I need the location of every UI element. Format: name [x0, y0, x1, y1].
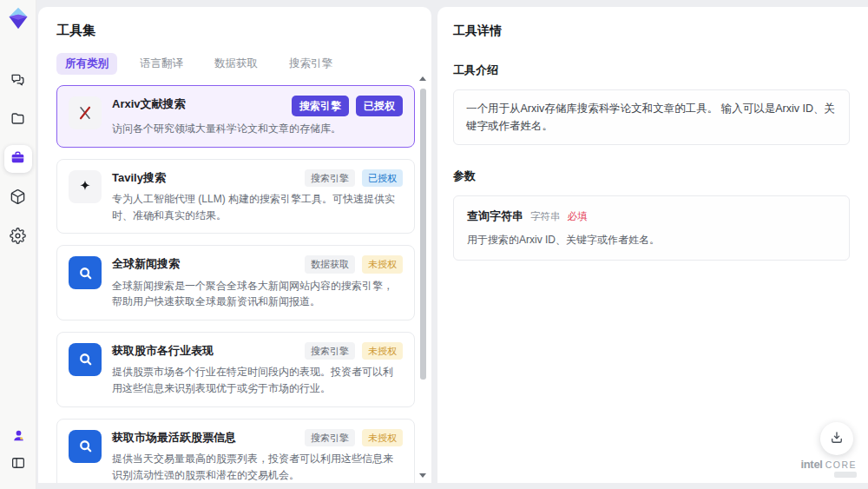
- folder-icon: [10, 110, 26, 130]
- search-magnifier-icon: [69, 430, 102, 463]
- status-badge: 已授权: [362, 169, 403, 188]
- scroll-down-icon[interactable]: [419, 473, 426, 478]
- tool-title: Arxiv文献搜索: [112, 96, 186, 113]
- category-badge: 搜索引擎: [305, 429, 355, 447]
- sparkle-icon: [69, 170, 102, 203]
- card-tags: 数据获取 未授权: [305, 255, 403, 274]
- card-body: 全球新闻搜索 数据获取 未授权 全球新闻搜索是一个聚合全球各大新闻网站内容的搜索…: [112, 255, 403, 310]
- category-badge: 数据获取: [305, 255, 355, 274]
- list-scrollbar[interactable]: [419, 75, 427, 479]
- card-body: Tavily搜索 搜索引擎 已授权 专为人工智能代理 (LLM) 构建的搜索引擎…: [112, 169, 403, 224]
- user-icon: [11, 428, 26, 446]
- tool-title: Tavily搜索: [112, 169, 166, 187]
- scrollbar-thumb[interactable]: [420, 89, 426, 380]
- category-tabs: 所有类别 语言翻译 数据获取 搜索引擎: [56, 53, 414, 75]
- chat-icon: [10, 71, 26, 91]
- sidebar-item-settings[interactable]: [4, 223, 32, 251]
- status-badge: 未授权: [362, 255, 403, 274]
- core-wordmark: CORE: [825, 459, 857, 470]
- intel-core-logo: intel CORE: [800, 458, 857, 471]
- card-head: Arxiv文献搜索 搜索引擎 已授权: [112, 96, 403, 116]
- user-menu[interactable]: [8, 426, 29, 447]
- card-tags: 搜索引擎 未授权: [305, 429, 403, 447]
- card-head: 全球新闻搜索 数据获取 未授权: [112, 255, 403, 274]
- intel-wordmark: intel: [800, 458, 822, 471]
- settings-gear-icon: [10, 228, 26, 248]
- tool-card-tavily[interactable]: Tavily搜索 搜索引擎 已授权 专为人工智能代理 (LLM) 构建的搜索引擎…: [56, 159, 415, 235]
- tool-title: 获取市场最活跃股票信息: [112, 429, 236, 446]
- tab-search-engine[interactable]: 搜索引擎: [280, 53, 341, 75]
- tool-description: 提供股票市场各个行业在特定时间段内的表现。投资者可以利用这些信息来识别表现优于或…: [112, 364, 403, 396]
- tools-panel-title: 工具集: [56, 23, 414, 39]
- package-icon: [10, 188, 26, 208]
- sidebar-item-packages[interactable]: [4, 184, 32, 212]
- sidebar-item-tools[interactable]: [4, 145, 32, 173]
- card-tags: 搜索引擎 未授权: [305, 342, 403, 360]
- card-body: 获取市场最活跃股票信息 搜索引擎 未授权 提供当天交易量最高的股票列表，投资者可…: [112, 429, 403, 483]
- tab-language-translation[interactable]: 语言翻译: [131, 53, 192, 75]
- tools-panel: 工具集 所有类别 语言翻译 数据获取 搜索引擎 Arxiv文献搜索: [38, 7, 431, 483]
- panel-toggle-icon: [10, 455, 26, 474]
- tool-description: 提供当天交易量最高的股票列表，投资者可以利用这些信息来识别流动性强的股票和潜在的…: [112, 451, 403, 483]
- tool-description: 专为人工智能代理 (LLM) 构建的搜索引擎工具。可快速提供实时、准确和真实的结…: [112, 191, 403, 223]
- tool-title: 获取股市各行业表现: [112, 342, 214, 360]
- tool-card-active-stocks[interactable]: 获取市场最活跃股票信息 搜索引擎 未授权 提供当天交易量最高的股票列表，投资者可…: [56, 419, 415, 483]
- card-tags: 搜索引擎 已授权: [292, 96, 403, 116]
- tool-description: 全球新闻搜索是一个聚合全球各大新闻网站内容的搜索引擎，帮助用户快速获取全球最新资…: [112, 278, 403, 310]
- collapse-sidebar-button[interactable]: [8, 454, 29, 475]
- card-head: Tavily搜索 搜索引擎 已授权: [112, 169, 403, 188]
- category-badge: 搜索引擎: [305, 342, 355, 360]
- details-panel-title: 工具详情: [453, 23, 850, 39]
- tool-intro-text: 一个用于从Arxiv存储库搜索科学论文和文章的工具。 输入可以是Arxiv ID…: [466, 102, 835, 132]
- sidebar-item-chat[interactable]: [4, 67, 32, 95]
- card-head: 获取股市各行业表现 搜索引擎 未授权: [112, 342, 403, 360]
- tool-card-global-news[interactable]: 全球新闻搜索 数据获取 未授权 全球新闻搜索是一个聚合全球各大新闻网站内容的搜索…: [56, 245, 415, 320]
- params-heading: 参数: [453, 169, 850, 184]
- brand-sub-badge: [834, 472, 857, 478]
- tool-intro-box: 一个用于从Arxiv存储库搜索科学论文和文章的工具。 输入可以是Arxiv ID…: [453, 89, 850, 145]
- details-panel: 工具详情 工具介绍 一个用于从Arxiv存储库搜索科学论文和文章的工具。 输入可…: [437, 7, 868, 483]
- tool-title: 全球新闻搜索: [112, 255, 180, 273]
- tool-card-arxiv[interactable]: Arxiv文献搜索 搜索引擎 已授权 访问各个研究领域大量科学论文和文章的存储库…: [56, 85, 415, 148]
- search-magnifier-icon: [69, 343, 102, 376]
- status-badge: 已授权: [356, 96, 403, 116]
- scroll-up-icon[interactable]: [419, 76, 426, 81]
- sidebar-nav: [4, 67, 32, 251]
- download-button[interactable]: [820, 422, 853, 455]
- sidebar-bottom: [0, 426, 36, 475]
- category-badge: 搜索引擎: [292, 96, 349, 116]
- parameter-name: 查询字符串: [467, 208, 523, 224]
- parameter-head: 查询字符串 字符串 必填: [467, 208, 836, 224]
- status-badge: 未授权: [362, 429, 403, 447]
- toolbox-icon: [10, 149, 26, 169]
- status-badge: 未授权: [362, 342, 403, 360]
- download-icon: [829, 430, 845, 448]
- tab-data-acquisition[interactable]: 数据获取: [206, 53, 266, 75]
- card-head: 获取市场最活跃股票信息 搜索引擎 未授权: [112, 429, 403, 447]
- sidebar: [0, 0, 36, 489]
- parameter-card: 查询字符串 字符串 必填 用于搜索的Arxiv ID、关键字或作者姓名。: [453, 195, 850, 261]
- parameter-required-badge: 必填: [568, 210, 588, 223]
- search-magnifier-icon: [69, 256, 102, 289]
- gem-logo-icon: [6, 6, 30, 30]
- card-body: 获取股市各行业表现 搜索引擎 未授权 提供股票市场各个行业在特定时间段内的表现。…: [112, 342, 403, 397]
- parameter-description: 用于搜索的Arxiv ID、关键字或作者姓名。: [467, 233, 836, 248]
- intro-heading: 工具介绍: [453, 63, 850, 78]
- parameter-type: 字符串: [530, 210, 561, 223]
- arxiv-logo-icon: [69, 96, 102, 129]
- tab-all-categories[interactable]: 所有类别: [56, 53, 117, 75]
- category-badge: 搜索引擎: [305, 169, 355, 188]
- card-body: Arxiv文献搜索 搜索引擎 已授权 访问各个研究领域大量科学论文和文章的存储库…: [112, 96, 403, 137]
- tool-description: 访问各个研究领域大量科学论文和文章的存储库。: [112, 121, 403, 137]
- tool-card-stock-sectors[interactable]: 获取股市各行业表现 搜索引擎 未授权 提供股票市场各个行业在特定时间段内的表现。…: [56, 332, 415, 407]
- sidebar-item-files[interactable]: [4, 106, 32, 134]
- tool-card-list: Arxiv文献搜索 搜索引擎 已授权 访问各个研究领域大量科学论文和文章的存储库…: [56, 85, 415, 483]
- card-tags: 搜索引擎 已授权: [305, 169, 403, 188]
